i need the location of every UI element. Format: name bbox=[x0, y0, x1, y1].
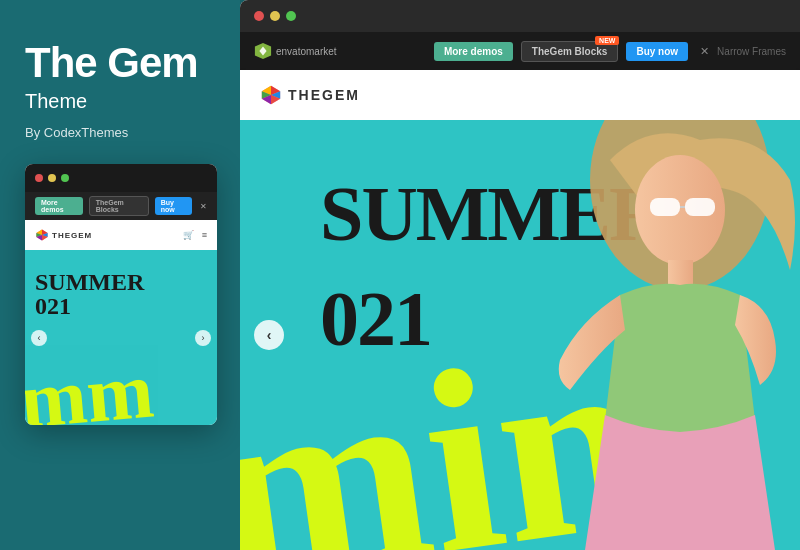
small-content-area: SUMMER021 mm ‹ › bbox=[25, 250, 217, 425]
small-menu-icon: ≡ bbox=[202, 230, 207, 240]
small-header-icons: 🛒 ≡ bbox=[183, 230, 207, 240]
small-preview-card: More demos TheGem Blocks Buy now ✕ THEGE… bbox=[25, 164, 217, 425]
browser-dot-green bbox=[286, 11, 296, 21]
gem-logo-icon bbox=[260, 84, 282, 106]
main-browser-window: envatomarket More demos TheGem Blocks NE… bbox=[240, 0, 800, 550]
thegem-blocks-button[interactable]: TheGem Blocks NEW bbox=[521, 41, 619, 62]
small-gem-icon bbox=[35, 228, 49, 242]
small-thegem-blocks-btn[interactable]: TheGem Blocks bbox=[89, 196, 149, 216]
website-main-content: mim SUMMER 021 bbox=[240, 120, 800, 550]
envato-logo: envatomarket bbox=[254, 42, 337, 60]
small-buy-now-btn[interactable]: Buy now bbox=[155, 197, 192, 215]
narrow-frames-label: Narrow Frames bbox=[717, 46, 786, 57]
right-panel: envatomarket More demos TheGem Blocks NE… bbox=[240, 0, 800, 550]
buy-now-button[interactable]: Buy now bbox=[626, 42, 688, 61]
website-logo-text: THEGEM bbox=[288, 87, 360, 103]
small-cart-icon: 🛒 bbox=[183, 230, 194, 240]
thegem-blocks-label: TheGem Blocks bbox=[532, 46, 608, 57]
year-heading: 021 bbox=[320, 280, 431, 358]
theme-title: The Gem bbox=[25, 40, 215, 86]
svg-rect-19 bbox=[685, 198, 715, 216]
small-website-header: THEGEM 🛒 ≡ bbox=[25, 220, 217, 250]
theme-subtitle: Theme bbox=[25, 90, 215, 113]
nav-close-button[interactable]: ✕ bbox=[700, 45, 709, 58]
small-nav-bar: More demos TheGem Blocks Buy now ✕ bbox=[25, 192, 217, 220]
model-image bbox=[480, 120, 800, 550]
small-logo: THEGEM bbox=[35, 228, 92, 242]
website-header: THEGEM bbox=[240, 70, 800, 120]
svg-rect-18 bbox=[650, 198, 680, 216]
theme-author: By CodexThemes bbox=[25, 125, 215, 140]
left-panel: The Gem Theme By CodexThemes More demos … bbox=[0, 0, 240, 550]
new-badge: NEW bbox=[595, 36, 619, 45]
small-prev-arrow[interactable]: ‹ bbox=[31, 330, 47, 346]
small-more-demos-btn[interactable]: More demos bbox=[35, 197, 83, 215]
main-prev-arrow[interactable]: ‹ bbox=[254, 320, 284, 350]
more-demos-button[interactable]: More demos bbox=[434, 42, 513, 61]
browser-dot-yellow bbox=[270, 11, 280, 21]
envato-logo-text: envatomarket bbox=[276, 46, 337, 57]
small-script-overlay: mm bbox=[25, 350, 157, 426]
website-logo: THEGEM bbox=[260, 84, 360, 106]
envato-logo-icon bbox=[254, 42, 272, 60]
year-number: 021 bbox=[320, 275, 431, 362]
small-browser-bar bbox=[25, 164, 217, 192]
small-close-btn[interactable]: ✕ bbox=[200, 202, 207, 211]
dot-green bbox=[61, 174, 69, 182]
dot-red bbox=[35, 174, 43, 182]
dot-yellow bbox=[48, 174, 56, 182]
browser-nav-bar: envatomarket More demos TheGem Blocks NE… bbox=[240, 32, 800, 70]
browser-dot-red bbox=[254, 11, 264, 21]
small-summer-text: SUMMER021 bbox=[35, 270, 144, 318]
browser-chrome-bar bbox=[240, 0, 800, 32]
small-next-arrow[interactable]: › bbox=[195, 330, 211, 346]
small-logo-text: THEGEM bbox=[52, 231, 92, 240]
